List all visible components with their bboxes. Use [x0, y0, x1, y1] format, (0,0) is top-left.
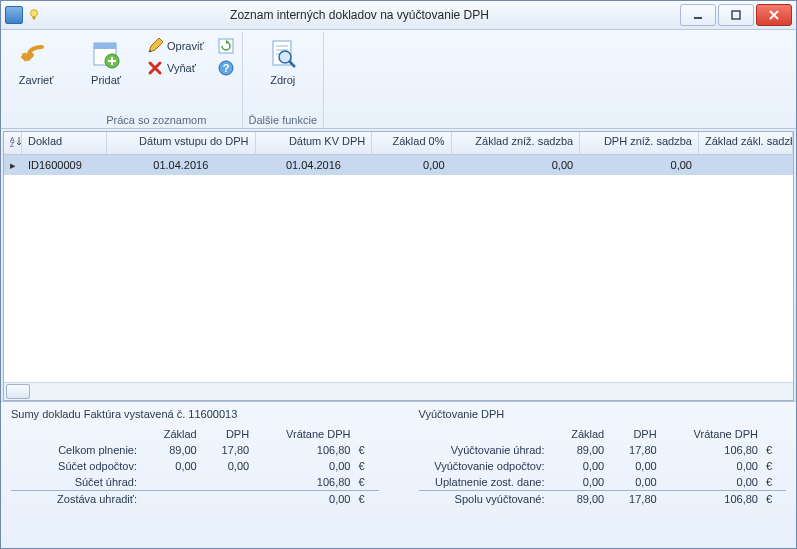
ribbon-group-list-label: Práca so zoznamom	[106, 112, 206, 128]
sr-pay-vat: 17,80	[610, 442, 662, 458]
edit-button[interactable]: Opraviť	[141, 36, 210, 56]
svg-text:?: ?	[222, 62, 229, 74]
grid-header: AZ Doklad Dátum vstupu do DPH Dátum KV D…	[4, 132, 793, 155]
refresh-icon	[218, 38, 234, 54]
source-button[interactable]: Zdroj	[254, 34, 312, 90]
sr-pay-label: Vyúčtovanie úhrad:	[419, 442, 551, 458]
sl-total-base: 89,00	[143, 442, 203, 458]
add-button[interactable]: Pridať	[77, 34, 135, 90]
currency: €	[357, 491, 379, 508]
lightbulb-icon[interactable]	[27, 8, 41, 22]
help-button[interactable]: ?	[216, 58, 236, 78]
sr-head-vat: DPH	[610, 426, 662, 442]
sr-rest-base: 0,00	[551, 474, 611, 491]
sl-ded-base: 0,00	[143, 458, 203, 474]
currency: €	[764, 474, 786, 491]
row-pointer-icon: ▸	[4, 159, 22, 172]
refresh-button[interactable]	[216, 36, 236, 56]
help-icon: ?	[218, 60, 234, 76]
summary-right: Vyúčtovanie DPH Základ DPH Vrátane DPH V…	[419, 408, 787, 544]
currency: €	[764, 442, 786, 458]
add-icon	[89, 38, 123, 72]
sr-sum-label: Spolu vyúčtované:	[419, 491, 551, 508]
sr-sum-vat: 17,80	[610, 491, 662, 508]
svg-text:Z: Z	[10, 141, 15, 147]
sr-ded-label: Vyúčtovanie odpočtov:	[419, 458, 551, 474]
grid: AZ Doklad Dátum vstupu do DPH Dátum KV D…	[3, 131, 794, 401]
summary-left-table: Základ DPH Vrátane DPH Celkom plnenie: 8…	[11, 426, 379, 507]
remove-icon	[147, 60, 163, 76]
magnifier-doc-icon	[266, 38, 300, 72]
sr-head-base: Základ	[551, 426, 611, 442]
app-window: Zoznam interných dokladov na vyúčtovanie…	[0, 0, 797, 549]
col-base-std[interactable]: Základ zákl. sadzba	[699, 132, 793, 154]
sr-rest-gross: 0,00	[663, 474, 764, 491]
sl-paid-gross: 106,80	[255, 474, 356, 491]
ribbon-group-more: Zdroj Ďalšie funkcie	[243, 32, 324, 128]
col-base-0[interactable]: Základ 0%	[372, 132, 451, 154]
sl-ded-vat: 0,00	[203, 458, 255, 474]
source-label: Zdroj	[270, 74, 295, 86]
sr-sum-gross: 106,80	[663, 491, 764, 508]
cell-date-kv: 01.04.2016	[256, 159, 373, 171]
sl-head-base: Základ	[143, 426, 203, 442]
sl-total-label: Celkom plnenie:	[11, 442, 143, 458]
sr-ded-base: 0,00	[551, 458, 611, 474]
summary-right-title: Vyúčtovanie DPH	[419, 408, 787, 420]
pencil-icon	[147, 38, 163, 54]
col-date-in-dph[interactable]: Dátum vstupu do DPH	[107, 132, 255, 154]
remove-label: Vyňať	[167, 62, 196, 74]
sl-ded-gross: 0,00	[255, 458, 356, 474]
currency: €	[764, 491, 786, 508]
horizontal-scrollbar[interactable]	[4, 382, 793, 400]
close-button[interactable]	[756, 4, 792, 26]
svg-point-0	[31, 10, 38, 17]
remove-button[interactable]: Vyňať	[141, 58, 210, 78]
sr-pay-gross: 106,80	[663, 442, 764, 458]
cell-base-low: 0,00	[452, 159, 581, 171]
ribbon-group-close: Zavrieť	[1, 32, 71, 128]
window-title: Zoznam interných dokladov na vyúčtovanie…	[41, 8, 678, 22]
sort-indicator-icon[interactable]: AZ	[4, 132, 22, 154]
ribbon: Zavrieť Pridať	[1, 30, 796, 129]
sl-head-gross: Vrátane DPH	[255, 426, 356, 442]
close-doc-button[interactable]: Zavrieť	[7, 34, 65, 90]
currency: €	[357, 474, 379, 491]
col-base-low[interactable]: Základ zníž. sadzba	[452, 132, 581, 154]
summary-left-title: Sumy dokladu Faktúra vystavená č. 116000…	[11, 408, 379, 420]
sr-ded-gross: 0,00	[663, 458, 764, 474]
currency: €	[357, 442, 379, 458]
currency: €	[357, 458, 379, 474]
sr-sum-base: 89,00	[551, 491, 611, 508]
col-doklad[interactable]: Doklad	[22, 132, 107, 154]
ribbon-group-list: Pridať Opraviť Vyňať	[71, 32, 243, 128]
sr-pay-base: 89,00	[551, 442, 611, 458]
cell-vat-low: 0,00	[580, 159, 699, 171]
col-date-kv-dph[interactable]: Dátum KV DPH	[256, 132, 373, 154]
scroll-thumb[interactable]	[6, 384, 30, 399]
cell-doc: ID1600009	[22, 159, 107, 171]
ribbon-group-more-label: Ďalšie funkcie	[249, 112, 317, 128]
app-icon	[5, 6, 23, 24]
table-row[interactable]: ▸ ID1600009 01.04.2016 01.04.2016 0,00 0…	[4, 155, 793, 175]
add-label: Pridať	[91, 74, 121, 86]
sr-ded-vat: 0,00	[610, 458, 662, 474]
sr-head-gross: Vrátane DPH	[663, 426, 764, 442]
summary-right-table: Základ DPH Vrátane DPH Vyúčtovanie úhrad…	[419, 426, 787, 507]
cell-base0: 0,00	[372, 159, 451, 171]
sr-rest-vat: 0,00	[610, 474, 662, 491]
minimize-button[interactable]	[680, 4, 716, 26]
sl-head-vat: DPH	[203, 426, 255, 442]
cell-date-in: 01.04.2016	[107, 159, 255, 171]
sl-ded-label: Súčet odpočtov:	[11, 458, 143, 474]
back-arrow-icon	[19, 38, 53, 72]
sl-paid-label: Súčet úhrad:	[11, 474, 143, 491]
summary-panel: Sumy dokladu Faktúra vystavená č. 116000…	[1, 401, 796, 548]
sr-rest-label: Uplatnenie zost. dane:	[419, 474, 551, 491]
currency: €	[764, 458, 786, 474]
maximize-button[interactable]	[718, 4, 754, 26]
close-doc-label: Zavrieť	[19, 74, 54, 86]
grid-body[interactable]: ▸ ID1600009 01.04.2016 01.04.2016 0,00 0…	[4, 155, 793, 382]
svg-rect-1	[33, 17, 36, 20]
col-vat-low[interactable]: DPH zníž. sadzba	[580, 132, 699, 154]
